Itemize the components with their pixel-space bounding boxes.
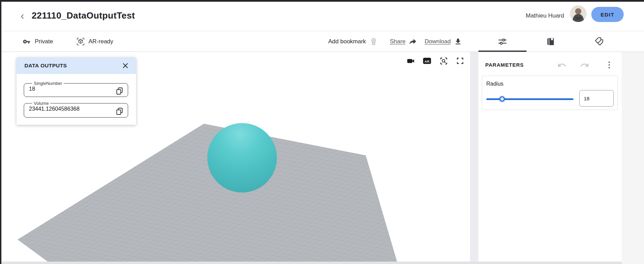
close-outputs-button[interactable]: [121, 61, 130, 70]
radius-slider-thumb[interactable]: [499, 96, 505, 102]
output-field-label: Volume: [32, 101, 50, 106]
active-tab-underline: [478, 51, 527, 52]
kebab-menu-icon: [605, 60, 613, 69]
right-gutter: [622, 52, 644, 264]
parameter-card-radius: Radius: [482, 76, 618, 110]
fullscreen-icon: [456, 57, 464, 65]
radius-value-input[interactable]: [579, 90, 614, 107]
record-video-button[interactable]: [406, 56, 415, 65]
zoom-to-fit-button[interactable]: [439, 56, 448, 65]
user-name: Mathieu Huard: [526, 12, 564, 19]
avatar-photo: [570, 6, 586, 22]
window-top-edge: [0, 0, 644, 2]
copy-singlenumber-button[interactable]: [115, 87, 124, 96]
ar-ready-label: AR-ready: [89, 38, 113, 45]
redo-icon: [580, 60, 589, 70]
key-icon: [21, 38, 32, 45]
avatar[interactable]: [570, 6, 586, 22]
video-camera-icon: [406, 57, 415, 65]
parameters-panel: PARAMETERS Radius: [478, 52, 622, 264]
fullscreen-button[interactable]: [456, 56, 465, 65]
header: 221110_DataOutputTest Mathieu Huard EDIT: [1, 2, 644, 31]
back-button[interactable]: [18, 11, 27, 22]
zoom-to-fit-icon: [439, 57, 448, 65]
redo-button[interactable]: [579, 59, 590, 70]
copy-icon: [115, 107, 124, 116]
toolbar: Private AR-ready Add bookmark: [1, 31, 644, 52]
share-arrow-icon: [408, 37, 417, 46]
right-panel-tabs: [478, 31, 623, 52]
ar-badge-icon: AR: [423, 57, 432, 65]
ar-badge-label: AR: [425, 59, 430, 63]
copy-icon: [115, 87, 124, 95]
viewport-toolbar: AR: [406, 56, 465, 65]
ar-cube-icon: [76, 37, 85, 46]
tune-sliders-icon: [498, 37, 507, 46]
panel-divider: [470, 52, 478, 264]
ar-ready-status: AR-ready: [76, 37, 113, 46]
data-outputs-header: DATA OUTPUTS: [17, 57, 136, 74]
parameter-label: Radius: [486, 81, 503, 87]
close-icon: [122, 62, 129, 69]
output-field-label: SingleNumber: [32, 81, 64, 86]
share-label: Share: [390, 38, 405, 45]
library-book-icon: [546, 37, 555, 46]
parameters-header: PARAMETERS: [485, 59, 615, 70]
tags-icon: [594, 37, 604, 46]
output-field-value: 23441.12604586368: [29, 106, 113, 112]
bottom-scroll-strip[interactable]: [1, 262, 622, 264]
ar-view-button[interactable]: AR: [423, 56, 432, 65]
app-window: 221110_DataOutputTest Mathieu Huard EDIT…: [0, 0, 644, 264]
add-bookmark-label: Add bookmark: [328, 38, 366, 45]
download-button[interactable]: Download: [425, 37, 462, 46]
window-left-edge: [0, 0, 1, 264]
download-icon: [454, 37, 462, 46]
privacy-label: Private: [35, 38, 53, 45]
undo-button[interactable]: [556, 59, 567, 70]
data-outputs-body: SingleNumber 18 Volume 23441.12604586368: [17, 74, 136, 125]
more-options-button[interactable]: [604, 59, 615, 70]
tab-library[interactable]: [527, 31, 575, 52]
page-title: 221110_DataOutputTest: [32, 10, 135, 21]
data-outputs-title: DATA OUTPUTS: [24, 63, 67, 69]
bookmark-medal-icon: [369, 37, 378, 46]
output-field-value: 18: [29, 86, 113, 92]
output-field-singlenumber: SingleNumber 18: [24, 81, 128, 97]
viewport-3d[interactable]: AR: [1, 52, 470, 264]
sphere-model: [207, 123, 277, 192]
share-button[interactable]: Share: [390, 37, 417, 46]
download-label: Download: [425, 38, 451, 45]
radius-slider[interactable]: [486, 96, 573, 102]
tab-tags[interactable]: [575, 31, 623, 52]
parameters-title: PARAMETERS: [485, 62, 524, 68]
output-field-volume: Volume 23441.12604586368: [24, 101, 128, 118]
add-bookmark-button[interactable]: Add bookmark: [328, 37, 378, 46]
data-outputs-panel: DATA OUTPUTS SingleNumber 18: [17, 57, 136, 125]
copy-volume-button[interactable]: [115, 107, 124, 116]
tab-parameters[interactable]: [478, 31, 527, 52]
back-chevron-icon: [19, 13, 26, 20]
privacy-status: Private: [21, 38, 53, 45]
edit-button[interactable]: EDIT: [591, 7, 624, 22]
undo-icon: [557, 60, 567, 70]
